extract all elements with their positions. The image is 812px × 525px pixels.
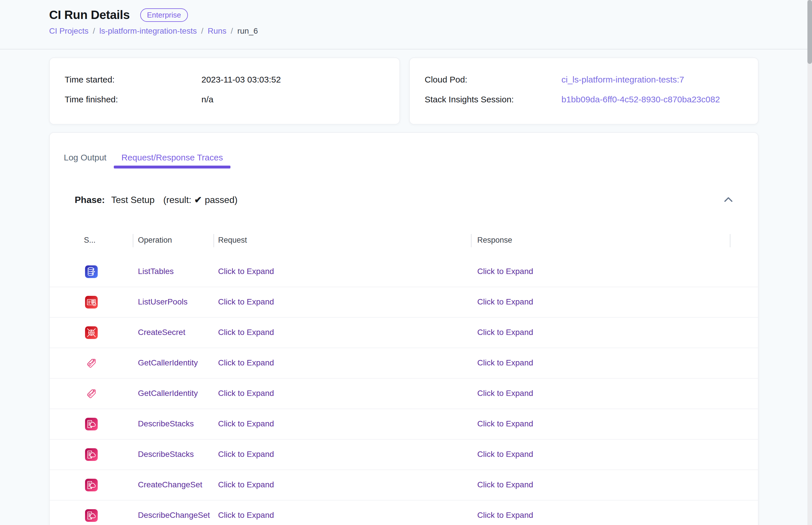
cloud-pod-label: Cloud Pod: (425, 75, 561, 85)
operation-label: GetCallerIdentity (138, 379, 198, 408)
stack-insights-session-link[interactable]: b1bb09da-6ff0-4c52-8930-c870ba23c082 (561, 94, 720, 104)
breadcrumb-separator: / (93, 27, 95, 36)
operation-label: CreateSecret (138, 318, 185, 347)
collapse-phase-button[interactable] (721, 192, 736, 207)
breadcrumb-runs[interactable]: Runs (208, 27, 227, 36)
tab-request-response-traces[interactable]: Request/Response Traces (114, 147, 231, 168)
phase-heading: Phase: Test Setup (result: ✔ passed) (75, 194, 238, 205)
request-expand-link[interactable]: Click to Expand (218, 348, 274, 377)
table-row: DescribeStacks Click to Expand Click to … (50, 409, 758, 440)
request-expand-link[interactable]: Click to Expand (218, 379, 274, 408)
column-divider (214, 234, 214, 247)
response-expand-link[interactable]: Click to Expand (477, 440, 533, 469)
phase-result-prefix: (result: (163, 195, 191, 205)
response-expand-link[interactable]: Click to Expand (477, 409, 533, 438)
column-divider (730, 234, 730, 247)
response-expand-link[interactable]: Click to Expand (477, 470, 533, 499)
operation-label: CreateChangeSet (138, 470, 202, 499)
operation-label: DescribeChangeSet (138, 500, 210, 525)
secretsmanager-icon (85, 326, 98, 339)
scrollbar-thumb[interactable] (808, 0, 812, 64)
breadcrumb-separator: / (201, 27, 203, 36)
response-expand-link[interactable]: Click to Expand (477, 257, 533, 286)
phase-result-text: passed) (205, 195, 238, 205)
table-row: ListTables Click to Expand Click to Expa… (50, 257, 758, 287)
trace-table-body: ListTables Click to Expand Click to Expa… (50, 257, 758, 525)
scrollbar-track[interactable] (808, 0, 812, 525)
table-row: DescribeStacks Click to Expand Click to … (50, 440, 758, 470)
table-row: GetCallerIdentity Click to Expand Click … (50, 348, 758, 379)
table-row: CreateChangeSet Click to Expand Click to… (50, 470, 758, 500)
dynamodb-icon (85, 265, 98, 278)
cloudformation-icon (85, 509, 98, 522)
check-icon: ✔ (194, 194, 202, 205)
sts-icon (85, 357, 98, 370)
response-expand-link[interactable]: Click to Expand (477, 318, 533, 347)
time-started-value: 2023-11-03 03:03:52 (201, 75, 281, 85)
chevron-up-icon (723, 196, 734, 203)
table-row: ListUserPools Click to Expand Click to E… (50, 287, 758, 318)
sts-icon (85, 387, 98, 400)
enterprise-badge: Enterprise (140, 8, 188, 22)
operation-label: ListUserPools (138, 287, 188, 317)
tab-bar: Log Output Request/Response Traces (56, 147, 231, 168)
column-request: Request (218, 236, 247, 245)
phase-label: Phase: (75, 195, 105, 205)
request-expand-link[interactable]: Click to Expand (218, 318, 274, 347)
response-expand-link[interactable]: Click to Expand (477, 500, 533, 525)
request-expand-link[interactable]: Click to Expand (218, 257, 274, 286)
phase-name: Test Setup (111, 195, 155, 205)
breadcrumb-project[interactable]: ls-platform-integration-tests (99, 27, 197, 36)
operation-label: ListTables (138, 257, 174, 286)
column-divider (133, 234, 133, 247)
table-row: CreateSecret Click to Expand Click to Ex… (50, 318, 758, 348)
operation-label: DescribeStacks (138, 409, 194, 438)
request-expand-link[interactable]: Click to Expand (218, 470, 274, 499)
run-times-card: Time started: 2023-11-03 03:03:52 Time f… (49, 58, 400, 124)
column-response: Response (477, 236, 512, 245)
table-row: GetCallerIdentity Click to Expand Click … (50, 379, 758, 409)
page-title: CI Run Details (49, 8, 130, 22)
request-expand-link[interactable]: Click to Expand (218, 409, 274, 438)
time-finished-label: Time finished: (65, 94, 201, 104)
time-finished-value: n/a (201, 94, 214, 104)
cognito-idp-icon (85, 296, 98, 309)
column-divider (471, 234, 471, 247)
cloudformation-icon (85, 418, 98, 431)
request-expand-link[interactable]: Click to Expand (218, 440, 274, 469)
operation-label: GetCallerIdentity (138, 348, 198, 377)
breadcrumb-ci-projects[interactable]: CI Projects (49, 27, 89, 36)
column-service: S... (84, 236, 96, 245)
page-header: CI Run Details Enterprise CI Projects / … (0, 0, 808, 49)
traces-card: Log Output Request/Response Traces Phase… (49, 132, 759, 525)
stack-insights-session-label: Stack Insights Session: (425, 94, 561, 104)
tab-log-output[interactable]: Log Output (56, 147, 114, 168)
response-expand-link[interactable]: Click to Expand (477, 379, 533, 408)
breadcrumb-current-run: run_6 (237, 27, 258, 36)
response-expand-link[interactable]: Click to Expand (477, 287, 533, 317)
operation-label: DescribeStacks (138, 440, 194, 469)
column-operation: Operation (138, 236, 172, 245)
table-row: DescribeChangeSet Click to Expand Click … (50, 500, 758, 525)
request-expand-link[interactable]: Click to Expand (218, 500, 274, 525)
trace-table-header: S... Operation Request Response (50, 234, 758, 249)
cloudformation-icon (85, 448, 98, 461)
breadcrumb: CI Projects / ls-platform-integration-te… (49, 27, 258, 36)
request-expand-link[interactable]: Click to Expand (218, 287, 274, 317)
time-started-label: Time started: (65, 75, 201, 85)
breadcrumb-separator: / (231, 27, 233, 36)
pod-session-card: Cloud Pod: ci_ls-platform-integration-te… (409, 58, 759, 124)
cloud-pod-link[interactable]: ci_ls-platform-integration-tests:7 (561, 75, 684, 85)
cloudformation-icon (85, 479, 98, 491)
response-expand-link[interactable]: Click to Expand (477, 348, 533, 377)
